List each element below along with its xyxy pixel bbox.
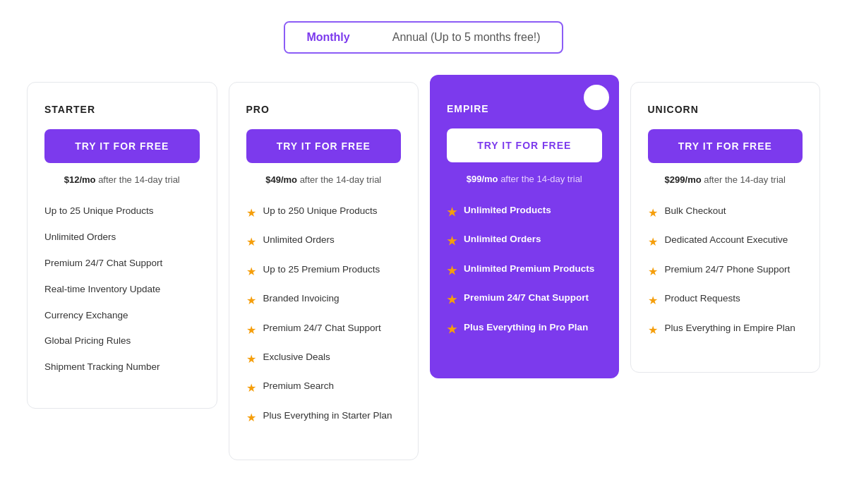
feature-item: Global Pricing Rules: [44, 335, 200, 348]
star-icon: ★: [246, 234, 256, 250]
feature-item: ★Plus Everything in Empire Plan: [648, 322, 803, 338]
star-icon: ★: [648, 234, 658, 250]
feature-text: Exclusive Deals: [263, 351, 330, 364]
star-icon: ★: [447, 234, 457, 249]
feature-item: Premium 24/7 Chat Support: [44, 257, 200, 270]
feature-text: Premium 24/7 Chat Support: [464, 292, 589, 305]
feature-item: Unlimited Orders: [44, 231, 200, 244]
feature-text: Up to 250 Unique Products: [263, 205, 378, 218]
feature-text: Unlimited Orders: [464, 233, 541, 246]
star-icon: ★: [246, 293, 256, 308]
feature-item: ★Plus Everything in Starter Plan: [246, 409, 402, 426]
price-text-empire: $99/mo after the 14-day trial: [447, 174, 602, 184]
star-icon: ★: [447, 263, 457, 279]
features-list-starter: Up to 25 Unique ProductsUnlimited Orders…: [44, 205, 200, 374]
plan-card-starter: STARTERTRY IT FOR FREE $12/mo after the …: [27, 82, 217, 409]
feature-text: Unlimited Orders: [44, 231, 116, 244]
price-text-starter: $12/mo after the 14-day trial: [44, 174, 200, 185]
star-icon: ★: [246, 380, 256, 396]
feature-item: Real-time Inventory Update: [44, 283, 200, 296]
feature-item: ★Premium 24/7 Chat Support: [447, 292, 602, 308]
featured-badge: ★: [584, 85, 609, 110]
star-icon: ★: [648, 205, 658, 221]
star-icon: ★: [648, 323, 658, 338]
plan-name-starter: STARTER: [44, 104, 200, 115]
feature-item: ★Product Requests: [648, 292, 803, 308]
feature-text: Plus Everything in Empire Plan: [665, 322, 795, 335]
feature-item: ★Plus Everything in Pro Plan: [447, 321, 602, 337]
feature-item: ★Unlimited Orders: [447, 233, 602, 249]
feature-item: ★Dedicated Account Executive: [648, 234, 803, 250]
plan-name-pro: PRO: [246, 104, 402, 115]
star-icon: ★: [447, 205, 457, 220]
price-text-pro: $49/mo after the 14-day trial: [246, 174, 402, 185]
feature-item: ★Premium 24/7 Chat Support: [246, 322, 402, 338]
cta-button-starter[interactable]: TRY IT FOR FREE: [44, 129, 200, 163]
feature-item: Up to 25 Unique Products: [44, 205, 200, 218]
feature-text: Premium 24/7 Phone Support: [665, 263, 791, 277]
feature-text: Plus Everything in Starter Plan: [263, 409, 392, 423]
feature-item: ★Unlimited Orders: [246, 234, 402, 250]
feature-text: Global Pricing Rules: [44, 335, 131, 348]
price-text-unicorn: $299/mo after the 14-day trial: [648, 174, 803, 185]
star-icon: ★: [246, 264, 256, 280]
feature-item: ★Exclusive Deals: [246, 351, 402, 367]
cta-button-unicorn[interactable]: TRY IT FOR FREE: [648, 129, 803, 163]
feature-text: Currency Exchange: [44, 309, 128, 323]
feature-item: ★Premium Search: [246, 380, 402, 396]
features-list-unicorn: ★Bulk Checkout★Dedicated Account Executi…: [648, 205, 803, 338]
star-icon: ★: [447, 292, 457, 308]
plan-card-unicorn: UNICORNTRY IT FOR FREE $299/mo after the…: [630, 82, 821, 373]
star-icon: ★: [648, 293, 658, 308]
feature-text: Premium 24/7 Chat Support: [263, 322, 381, 335]
monthly-tab[interactable]: Monthly: [285, 23, 371, 52]
feature-text: Shipment Tracking Number: [44, 361, 160, 374]
star-icon: ★: [246, 410, 256, 426]
feature-item: Shipment Tracking Number: [44, 361, 200, 374]
plan-name-empire: EMPIRE: [447, 103, 602, 114]
feature-text: Up to 25 Unique Products: [44, 205, 154, 218]
feature-text: Up to 25 Premium Products: [263, 263, 380, 277]
cta-button-pro[interactable]: TRY IT FOR FREE: [246, 129, 402, 163]
feature-text: Premium Search: [263, 380, 335, 393]
feature-text: Branded Invoicing: [263, 292, 340, 306]
plan-name-unicorn: UNICORN: [648, 104, 803, 115]
feature-item: ★Branded Invoicing: [246, 292, 402, 308]
star-icon: ★: [648, 264, 658, 280]
star-icon: ★: [447, 322, 457, 337]
feature-text: Dedicated Account Executive: [665, 234, 788, 247]
feature-item: Currency Exchange: [44, 309, 200, 323]
feature-text: Real-time Inventory Update: [44, 283, 160, 296]
star-icon: ★: [246, 205, 256, 221]
feature-item: ★Unlimited Premium Products: [447, 263, 602, 279]
feature-text: Bulk Checkout: [665, 205, 726, 218]
cta-button-empire[interactable]: TRY IT FOR FREE: [447, 128, 602, 162]
annual-tab[interactable]: Annual (Up to 5 months free!): [371, 23, 562, 52]
feature-item: ★Unlimited Products: [447, 204, 602, 220]
plan-card-pro: PROTRY IT FOR FREE $49/mo after the 14-d…: [229, 82, 419, 460]
feature-text: Premium 24/7 Chat Support: [44, 257, 162, 270]
feature-item: ★Up to 250 Unique Products: [246, 205, 402, 221]
billing-toggle[interactable]: Monthly Annual (Up to 5 months free!): [284, 21, 563, 54]
features-list-empire: ★Unlimited Products★Unlimited Orders★Unl…: [447, 204, 602, 337]
plans-container: STARTERTRY IT FOR FREE $12/mo after the …: [21, 82, 826, 460]
star-icon: ★: [246, 323, 256, 338]
feature-text: Unlimited Premium Products: [464, 263, 594, 276]
plan-card-empire: ★EMPIRETRY IT FOR FREE $99/mo after the …: [430, 75, 619, 378]
features-list-pro: ★Up to 250 Unique Products★Unlimited Ord…: [246, 205, 402, 426]
feature-text: Unlimited Products: [464, 204, 551, 217]
feature-text: Plus Everything in Pro Plan: [464, 321, 588, 335]
feature-item: ★Premium 24/7 Phone Support: [648, 263, 803, 280]
star-icon: ★: [246, 352, 256, 367]
feature-text: Product Requests: [665, 292, 740, 306]
feature-text: Unlimited Orders: [263, 234, 335, 247]
feature-item: ★Up to 25 Premium Products: [246, 263, 402, 280]
feature-item: ★Bulk Checkout: [648, 205, 803, 221]
